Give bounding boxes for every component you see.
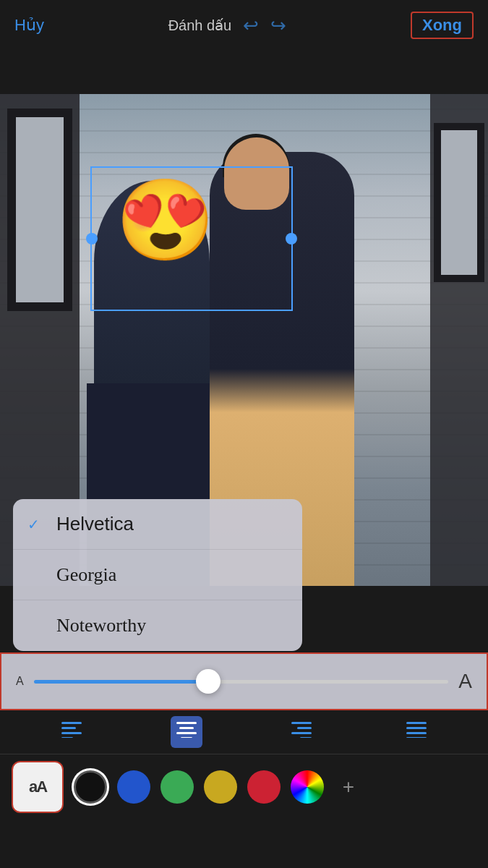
svg-rect-1	[61, 727, 76, 729]
color-yellow[interactable]	[204, 770, 237, 804]
align-right-icon	[291, 722, 312, 742]
svg-rect-13	[406, 727, 427, 729]
window-right	[434, 123, 484, 282]
font-name-noteworthy: Noteworthy	[56, 615, 146, 637]
font-aa-label: aA	[29, 778, 46, 796]
svg-rect-0	[61, 722, 82, 724]
font-name-georgia: Georgia	[56, 564, 116, 586]
color-green[interactable]	[160, 770, 194, 804]
color-multicolor[interactable]	[291, 770, 324, 804]
svg-rect-3	[61, 737, 73, 738]
done-button[interactable]: Xong	[411, 12, 474, 39]
bottom-toolbar: aA +	[0, 754, 488, 819]
svg-rect-4	[176, 722, 197, 724]
add-icon: +	[343, 775, 354, 799]
svg-rect-6	[176, 732, 197, 734]
font-size-button[interactable]: aA	[12, 761, 64, 813]
align-center-button[interactable]	[171, 716, 202, 748]
undo-icon[interactable]: ↩	[243, 14, 259, 37]
svg-rect-7	[181, 737, 192, 738]
align-justify-icon	[406, 722, 427, 742]
color-blue[interactable]	[117, 770, 150, 804]
svg-rect-11	[300, 737, 312, 738]
align-left-icon	[61, 722, 82, 742]
font-picker: ✓ Helvetica ✓ Georgia ✓ Noteworthy	[13, 499, 302, 651]
svg-rect-8	[291, 722, 312, 724]
svg-rect-12	[406, 722, 427, 724]
svg-rect-15	[406, 737, 427, 738]
align-right-button[interactable]	[286, 716, 317, 748]
photo-area: 😍 ✓ Helvetica ✓ Georgia ✓ Noteworthy A A	[0, 51, 488, 868]
color-black[interactable]	[74, 770, 107, 804]
svg-rect-9	[297, 727, 312, 729]
font-check-helvetica: ✓	[27, 516, 45, 533]
align-left-button[interactable]	[56, 716, 87, 748]
alignment-bar	[0, 710, 488, 754]
align-justify-button[interactable]	[401, 716, 432, 748]
emoji-face: 😍	[116, 174, 215, 267]
slider-thumb[interactable]	[196, 669, 221, 694]
male-head	[224, 137, 289, 210]
svg-rect-10	[291, 732, 312, 734]
window-left	[7, 109, 72, 311]
svg-rect-5	[179, 727, 194, 729]
top-bar: Hủy Đánh dấu ↩ ↪ Xong	[0, 0, 488, 51]
title-area: Đánh dấu ↩ ↪	[168, 14, 287, 37]
font-item-helvetica[interactable]: ✓ Helvetica	[13, 499, 302, 550]
size-slider-area: A A	[0, 652, 488, 710]
color-red[interactable]	[247, 770, 281, 804]
svg-rect-14	[406, 732, 427, 734]
align-center-icon	[176, 722, 197, 742]
font-item-noteworthy[interactable]: ✓ Noteworthy	[13, 600, 302, 651]
redo-icon[interactable]: ↪	[270, 14, 286, 37]
add-color-button[interactable]: +	[334, 773, 363, 801]
slider-large-label: A	[458, 670, 472, 693]
font-item-georgia[interactable]: ✓ Georgia	[13, 550, 302, 600]
svg-rect-2	[61, 732, 82, 734]
font-name-helvetica: Helvetica	[56, 513, 134, 535]
cancel-button[interactable]: Hủy	[14, 16, 44, 35]
slider-track[interactable]	[34, 680, 449, 684]
slider-small-label: A	[16, 675, 24, 688]
editor-title: Đánh dấu	[168, 17, 232, 34]
